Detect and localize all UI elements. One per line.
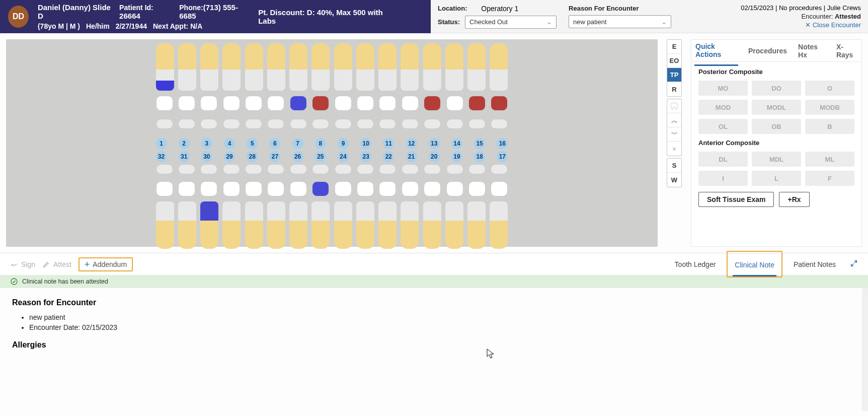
tooth-lingual[interactable] — [424, 119, 441, 129]
tooth-number[interactable]: 25 — [315, 151, 326, 162]
tooth-number[interactable]: 28 — [247, 151, 258, 162]
tooth-occlusal[interactable] — [245, 181, 262, 196]
tooth-occlusal[interactable] — [446, 181, 463, 196]
lower-tab[interactable]: Tooth Ledger — [673, 254, 718, 274]
tooth-lingual[interactable] — [245, 119, 262, 129]
tooth-lingual[interactable] — [402, 119, 419, 129]
soft-tissue-button[interactable]: Soft Tissue Exam — [698, 192, 774, 207]
tooth-occlusal[interactable] — [178, 181, 195, 196]
tooth-lingual[interactable] — [446, 119, 463, 129]
tooth-number[interactable]: 30 — [201, 151, 212, 162]
status-select[interactable]: Checked Out ⌄ — [465, 16, 557, 29]
tooth-lingual[interactable] — [468, 164, 486, 174]
tooth-facial[interactable] — [401, 201, 419, 249]
tooth-facial[interactable] — [445, 201, 463, 249]
tooth-facial[interactable] — [356, 43, 374, 91]
composite-button[interactable]: O — [805, 81, 854, 96]
tooth-occlusal[interactable] — [379, 181, 396, 196]
rail-r[interactable]: R — [667, 82, 681, 96]
tooth-number[interactable]: 21 — [406, 151, 417, 162]
tooth-lingual[interactable] — [312, 119, 329, 129]
tooth-number[interactable]: 15 — [474, 138, 485, 149]
tooth-lingual[interactable] — [491, 119, 508, 129]
composite-button[interactable]: MODB — [805, 100, 854, 115]
tooth-occlusal[interactable] — [468, 96, 486, 111]
composite-button[interactable]: OB — [752, 119, 801, 134]
tooth-lingual[interactable] — [200, 119, 217, 129]
composite-button[interactable]: MODL — [752, 100, 801, 115]
tooth-facial[interactable] — [222, 43, 241, 91]
tooth-occlusal[interactable] — [200, 96, 217, 111]
tooth-occlusal[interactable] — [335, 181, 352, 196]
tooth-facial[interactable] — [178, 43, 196, 91]
tooth-occlusal[interactable] — [156, 181, 173, 196]
tooth-occlusal[interactable] — [357, 181, 374, 196]
tooth-occlusal[interactable] — [290, 96, 307, 111]
rail-tp[interactable]: TP — [667, 68, 681, 82]
tooth-facial[interactable] — [490, 201, 508, 249]
scroll-down-icon[interactable]: ︾ — [667, 127, 681, 142]
tooth-lingual[interactable] — [312, 164, 329, 174]
tooth-facial[interactable] — [311, 201, 330, 249]
tooth-number[interactable]: 8 — [315, 138, 326, 149]
rail-s[interactable]: S — [667, 159, 681, 173]
tooth-number[interactable]: 3 — [201, 138, 212, 149]
tooth-number[interactable]: 20 — [429, 151, 440, 162]
qp-tab[interactable]: X-Rays — [835, 37, 858, 65]
tooth-number[interactable]: 23 — [360, 151, 371, 162]
tooth-number[interactable]: 14 — [451, 138, 462, 149]
tooth-lingual[interactable] — [379, 164, 396, 174]
qp-tab[interactable]: Quick Actions — [694, 36, 738, 66]
composite-button[interactable]: MOD — [698, 100, 748, 115]
tooth-facial[interactable] — [245, 43, 263, 91]
composite-button[interactable]: I — [698, 171, 748, 186]
tooth-lingual[interactable] — [357, 164, 374, 174]
tooth-occlusal[interactable] — [312, 96, 329, 111]
tooth-lingual[interactable] — [424, 164, 441, 174]
tooth-facial[interactable] — [200, 43, 218, 91]
tooth-facial[interactable] — [311, 43, 330, 91]
tooth-occlusal[interactable] — [223, 96, 240, 111]
tooth-number[interactable]: 26 — [292, 151, 303, 162]
tooth-facial[interactable] — [356, 201, 374, 249]
tooth-number[interactable]: 1 — [156, 138, 167, 149]
tooth-occlusal[interactable] — [267, 96, 284, 111]
tooth-facial[interactable] — [289, 43, 307, 91]
tooth-number[interactable]: 4 — [224, 138, 235, 149]
tooth-lingual[interactable] — [178, 119, 195, 129]
tooth-facial[interactable] — [467, 201, 486, 249]
tooth-facial[interactable] — [222, 201, 241, 249]
composite-button[interactable]: L — [752, 171, 801, 186]
tooth-facial[interactable] — [490, 43, 508, 91]
reason-select[interactable]: new patient ⌄ — [569, 15, 671, 28]
tooth-occlusal[interactable] — [424, 96, 441, 111]
tooth-facial[interactable] — [401, 43, 419, 91]
composite-button[interactable]: OL — [698, 119, 748, 134]
tooth-number[interactable]: 27 — [269, 151, 280, 162]
composite-button[interactable]: MDL — [752, 152, 801, 167]
tooth-occlusal[interactable] — [468, 181, 486, 196]
tooth-lingual[interactable] — [290, 119, 307, 129]
tooth-number[interactable]: 29 — [224, 151, 235, 162]
tooth-number[interactable]: 9 — [338, 138, 349, 149]
tooth-lingual[interactable] — [223, 164, 240, 174]
qp-tab[interactable]: Procedures — [747, 41, 788, 61]
rail-w[interactable]: W — [667, 173, 681, 187]
tooth-lingual[interactable] — [156, 164, 173, 174]
tooth-facial[interactable] — [334, 201, 352, 249]
tooth-occlusal[interactable] — [402, 96, 419, 111]
rail-e[interactable]: E — [667, 40, 681, 54]
tooth-facial[interactable] — [445, 43, 463, 91]
tooth-occlusal[interactable] — [200, 181, 217, 196]
tooth-lingual[interactable] — [335, 119, 352, 129]
tooth-facial[interactable] — [267, 43, 285, 91]
tooth-occlusal[interactable] — [223, 181, 240, 196]
tooth-number[interactable]: 17 — [497, 151, 508, 162]
tooth-facial[interactable] — [178, 201, 196, 249]
tooth-facial[interactable] — [289, 201, 307, 249]
tooth-lingual[interactable] — [290, 164, 307, 174]
tooth-lingual[interactable] — [335, 164, 352, 174]
sign-button[interactable]: Sign — [10, 260, 35, 268]
lower-tab[interactable]: Clinical Note — [733, 255, 776, 276]
composite-button[interactable]: F — [805, 171, 854, 186]
